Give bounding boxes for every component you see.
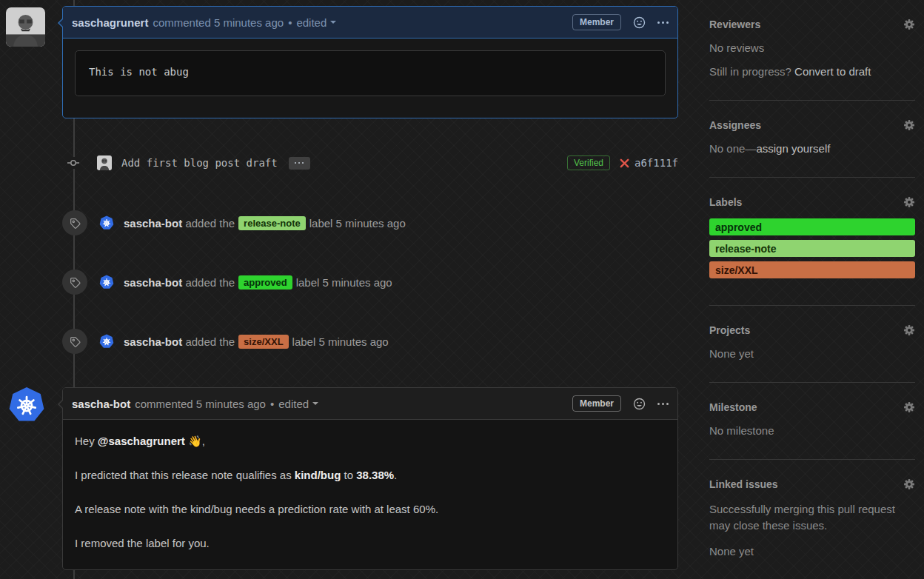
comment-body: This is not abug <box>63 39 677 110</box>
section-title: Reviewers <box>709 19 760 30</box>
gear-icon <box>903 324 915 336</box>
sidebar-label-release-note[interactable]: release-note <box>709 240 915 257</box>
sidebar-section-milestone: Milestone No milestone <box>709 383 915 460</box>
commit-expand-button[interactable] <box>289 157 310 170</box>
comment-sascha-bot: sascha-bot commented 5 minutes ago • edi… <box>62 387 678 570</box>
code-block: This is not abug <box>75 50 666 96</box>
label-event-row: sascha-bot added thesize/XXLlabel 5 minu… <box>62 328 678 355</box>
wave-emoji: 👋 <box>188 435 202 447</box>
sidebar-section-reviewers: Reviewers No reviews Still in progress? … <box>709 0 915 101</box>
convert-to-draft-link[interactable]: Convert to draft <box>794 65 871 78</box>
dot-separator: • <box>288 16 292 29</box>
section-title: Labels <box>709 196 742 208</box>
gear-icon <box>903 478 915 490</box>
edited-dropdown[interactable]: edited <box>296 16 336 29</box>
reviewers-empty-text: No reviews <box>709 41 915 54</box>
comment-meta: commented 5 minutes ago <box>153 16 284 29</box>
label-event-row: sascha-bot added therelease-notelabel 5 … <box>62 210 678 236</box>
section-title: Projects <box>709 324 750 336</box>
label-event-row: sascha-bot added theapprovedlabel 5 minu… <box>62 269 678 295</box>
kubernetes-logo-icon <box>99 334 114 349</box>
status-failed-x-icon[interactable] <box>619 158 630 169</box>
event-author-link[interactable]: sascha-bot <box>124 335 182 348</box>
event-author-link[interactable]: sascha-bot <box>124 217 182 230</box>
linked-issues-empty-text: None yet <box>709 545 915 558</box>
verified-badge[interactable]: Verified <box>567 155 610 170</box>
commit-author-avatar[interactable] <box>97 155 112 170</box>
comment-options-button[interactable] <box>657 21 669 24</box>
tag-icon <box>69 335 81 348</box>
git-commit-icon <box>67 157 79 169</box>
section-title: Linked issues <box>709 478 778 490</box>
comment-header: saschagrunert commented 5 minutes ago • … <box>63 7 677 39</box>
tag-icon <box>69 276 81 289</box>
commit-hash-link[interactable]: a6f111f <box>635 157 678 169</box>
timeline-commit-row: Add first blog post draft Verified a6f11… <box>62 152 678 174</box>
gear-icon <box>903 19 915 30</box>
commit-message-link[interactable]: Add first blog post draft <box>121 157 278 169</box>
bot-avatar[interactable] <box>99 334 114 349</box>
assignees-empty-text: No one— <box>709 142 756 155</box>
sidebar: Reviewers No reviews Still in progress? … <box>709 0 915 579</box>
sidebar-section-linked-issues: Linked issues Successfully merging this … <box>709 460 915 579</box>
add-reaction-button[interactable] <box>633 16 646 29</box>
sidebar-section-labels: Labels approved release-note size/XXL <box>709 178 915 306</box>
kebab-icon <box>657 21 669 24</box>
comment-paragraph: Hey @saschagrunert 👋, <box>75 432 666 450</box>
kebab-icon <box>657 403 669 405</box>
tag-icon <box>69 217 81 230</box>
projects-empty-text: None yet <box>709 347 915 360</box>
draft-hint-text: Still in progress? <box>709 65 791 78</box>
bot-avatar[interactable] <box>99 275 114 290</box>
sidebar-label-approved[interactable]: approved <box>709 218 915 235</box>
avatar-sascha-bot[interactable] <box>8 386 45 424</box>
mention-link[interactable]: @saschagrunert <box>98 435 185 447</box>
dot-separator: • <box>270 398 274 410</box>
chevron-down-icon <box>312 402 318 408</box>
edited-dropdown[interactable]: edited <box>278 398 318 410</box>
comment-body: Hey @saschagrunert 👋,I predicted that th… <box>63 420 677 565</box>
kubernetes-logo-icon <box>99 275 114 290</box>
comment-header: sascha-bot commented 5 minutes ago • edi… <box>63 388 677 420</box>
person-photo-icon <box>97 155 112 170</box>
section-title: Milestone <box>709 401 757 413</box>
add-reaction-button[interactable] <box>633 398 646 410</box>
sidebar-label-size-xxl[interactable]: size/XXL <box>709 261 915 278</box>
gear-icon <box>903 401 915 413</box>
comment-paragraph: A release note with the kind/bug needs a… <box>75 501 666 518</box>
avatar-saschagrunert[interactable] <box>6 7 45 47</box>
gear-icon <box>903 196 915 208</box>
sidebar-section-assignees: Assignees No one—assign yourself <box>709 101 915 178</box>
label-chip[interactable]: release-note <box>238 216 306 230</box>
kubernetes-logo-icon <box>8 386 45 424</box>
assign-yourself-link[interactable]: assign yourself <box>756 142 830 155</box>
smiley-icon <box>633 398 646 410</box>
member-badge: Member <box>572 14 621 30</box>
label-chip[interactable]: size/XXL <box>238 335 288 349</box>
comment-meta: commented 5 minutes ago <box>135 398 266 410</box>
chevron-down-icon <box>330 21 336 27</box>
member-badge: Member <box>572 395 621 412</box>
sidebar-section-projects: Projects None yet <box>709 306 915 383</box>
person-photo-icon <box>6 7 45 47</box>
assignees-settings-button[interactable] <box>903 119 915 131</box>
comment-author-link[interactable]: saschagrunert <box>72 16 148 29</box>
section-title: Assignees <box>709 119 761 131</box>
comment-author-link[interactable]: sascha-bot <box>72 398 130 410</box>
comment-paragraph: I removed the label for you. <box>75 535 666 552</box>
label-chip[interactable]: approved <box>238 275 292 290</box>
kubernetes-logo-icon <box>99 215 114 230</box>
event-author-link[interactable]: sascha-bot <box>124 276 182 289</box>
bot-avatar[interactable] <box>99 215 114 230</box>
projects-settings-button[interactable] <box>903 324 915 336</box>
comment-saschagrunert: saschagrunert commented 5 minutes ago • … <box>62 6 678 118</box>
linked-issues-settings-button[interactable] <box>903 478 915 490</box>
comment-options-button[interactable] <box>657 403 669 405</box>
milestone-settings-button[interactable] <box>903 401 915 413</box>
comment-paragraph: I predicted that this release note quali… <box>75 466 666 484</box>
milestone-empty-text: No milestone <box>709 424 915 437</box>
reviewers-settings-button[interactable] <box>903 19 915 30</box>
labels-settings-button[interactable] <box>903 196 915 208</box>
smiley-icon <box>633 16 646 29</box>
linked-issues-desc: Successfully merging this pull request m… <box>709 501 915 534</box>
